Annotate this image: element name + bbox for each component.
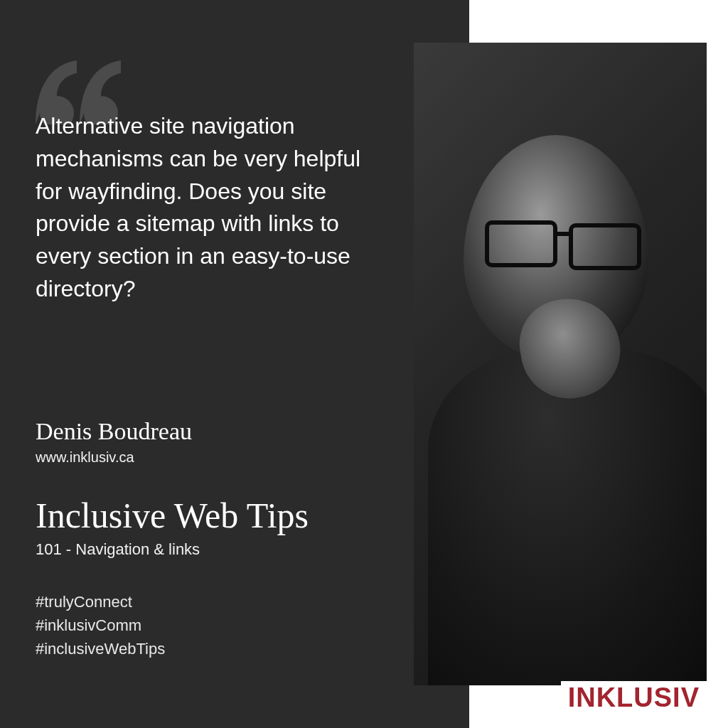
author-photo <box>414 43 707 685</box>
author-website: www.inklusiv.ca <box>36 449 134 466</box>
brand-badge: INKLUSIV <box>561 681 707 712</box>
quote-text: Alternative site navigation mechanisms c… <box>36 110 370 306</box>
series-title: Inclusive Web Tips <box>36 498 309 533</box>
quote-card: Alternative site navigation mechanisms c… <box>0 0 728 728</box>
hashtag: #trulyConnect <box>36 590 165 614</box>
hashtag: #inclusiveWebTips <box>36 637 165 660</box>
author-name: Denis Boudreau <box>36 419 192 444</box>
hashtag: #inklusivComm <box>36 614 165 637</box>
hashtag-list: #trulyConnect #inklusivComm #inclusiveWe… <box>36 590 165 660</box>
brand-text: INKLUSIV <box>568 682 700 712</box>
series-subtitle: 101 - Navigation & links <box>36 540 200 559</box>
